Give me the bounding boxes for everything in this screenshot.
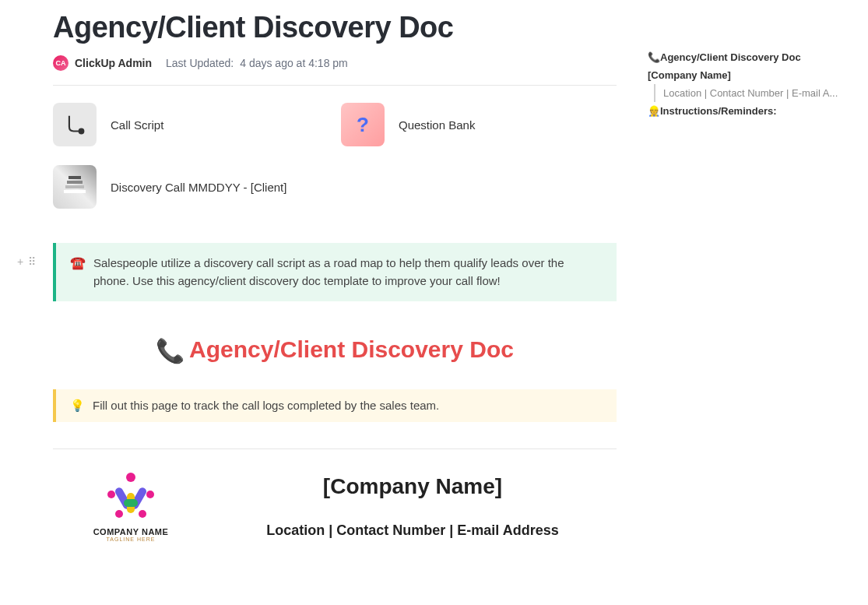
outline-label: Location | Contact Number | E-mail A... bbox=[663, 87, 838, 99]
svg-point-8 bbox=[115, 510, 123, 518]
block-gutter: + ⠿ bbox=[17, 254, 36, 271]
phone-icon: 📞 bbox=[156, 337, 184, 364]
callout-text: Fill out this page to track the call log… bbox=[93, 399, 439, 413]
card-label: Discovery Call MMDDYY - [Client] bbox=[111, 181, 286, 194]
logo-tagline: TAGLINE HERE bbox=[107, 536, 156, 542]
updated-time: 4 days ago at 4:18 pm bbox=[240, 57, 348, 69]
svg-rect-13 bbox=[124, 499, 138, 507]
outline-label: Instructions/Reminders: bbox=[660, 105, 777, 117]
outline-item[interactable]: 📞Agency/Client Discovery Doc bbox=[648, 48, 858, 66]
heading-text: Agency/Client Discovery Doc bbox=[189, 336, 514, 362]
page-title: Agency/Client Discovery Doc bbox=[53, 11, 617, 44]
company-logo: COMPANY NAME TAGLINE HERE bbox=[76, 471, 185, 542]
meta-row: CA ClickUp Admin Last Updated: 4 days ag… bbox=[53, 55, 617, 71]
outline-item[interactable]: 👷Instructions/Reminders: bbox=[648, 102, 858, 120]
outline-panel: 📞Agency/Client Discovery Doc [Company Na… bbox=[648, 48, 858, 120]
company-contact-line[interactable]: Location | Contact Number | E-mail Addre… bbox=[209, 522, 617, 539]
svg-rect-4 bbox=[69, 176, 81, 179]
card-label: Call Script bbox=[111, 118, 163, 132]
logo-name: COMPANY NAME bbox=[93, 527, 169, 536]
telephone-icon: ☎️ bbox=[70, 254, 86, 290]
document-main: Agency/Client Discovery Doc CA ClickUp A… bbox=[53, 11, 617, 542]
divider bbox=[53, 448, 617, 449]
svg-rect-2 bbox=[65, 185, 84, 188]
phone-icon bbox=[53, 103, 97, 146]
phone-icon: 📞 bbox=[648, 51, 660, 63]
outline-label: Agency/Client Discovery Doc bbox=[660, 51, 801, 63]
svg-point-5 bbox=[126, 473, 135, 482]
drag-handle-icon[interactable]: ⠿ bbox=[28, 254, 36, 271]
divider bbox=[53, 85, 617, 86]
company-section: COMPANY NAME TAGLINE HERE [Company Name]… bbox=[53, 471, 617, 542]
card-label: Question Bank bbox=[399, 118, 475, 132]
svg-point-7 bbox=[146, 491, 154, 498]
company-text: [Company Name] Location | Contact Number… bbox=[209, 474, 617, 539]
card-discovery-call[interactable]: Discovery Call MMDDYY - [Client] bbox=[53, 165, 294, 209]
svg-point-9 bbox=[139, 510, 146, 518]
outline-item[interactable]: [Company Name] bbox=[648, 66, 858, 84]
svg-point-0 bbox=[79, 129, 84, 134]
card-question-bank[interactable]: ? Question Bank bbox=[341, 103, 582, 146]
callout-green[interactable]: + ⠿ ☎️ Salespeople utilize a discovery c… bbox=[53, 243, 617, 301]
svg-rect-1 bbox=[64, 190, 86, 193]
page-cards: Call Script ? Question Bank Discovery Ca… bbox=[53, 103, 617, 209]
outline-label: [Company Name] bbox=[648, 69, 731, 81]
callout-yellow[interactable]: 💡 Fill out this page to track the call l… bbox=[53, 389, 617, 422]
question-icon: ? bbox=[341, 103, 385, 146]
updated-label: Last Updated: bbox=[166, 57, 234, 69]
svg-point-6 bbox=[107, 491, 115, 498]
card-call-script[interactable]: Call Script bbox=[53, 103, 294, 146]
add-block-icon[interactable]: + bbox=[17, 254, 23, 271]
svg-rect-3 bbox=[67, 181, 83, 184]
construction-icon: 👷 bbox=[648, 105, 660, 117]
lightbulb-icon: 💡 bbox=[70, 399, 85, 413]
outline-item[interactable]: Location | Contact Number | E-mail A... bbox=[654, 84, 858, 102]
section-heading: 📞Agency/Client Discovery Doc bbox=[53, 336, 617, 363]
stack-icon bbox=[53, 165, 97, 209]
avatar[interactable]: CA bbox=[53, 55, 69, 71]
author-name[interactable]: ClickUp Admin bbox=[75, 57, 152, 69]
company-name[interactable]: [Company Name] bbox=[209, 474, 617, 499]
callout-text: Salespeople utilize a discovery call scr… bbox=[93, 254, 603, 290]
